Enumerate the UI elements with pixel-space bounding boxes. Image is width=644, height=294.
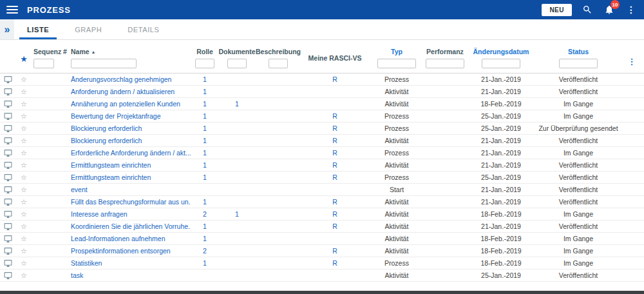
table-row[interactable]: ☆ Statistiken 1 R Prozess 18-Feb.-2019 I…: [0, 257, 644, 270]
cell-name-link[interactable]: Ermittlungsteam einrichten: [70, 173, 191, 181]
favorite-star-icon[interactable]: ☆: [15, 75, 32, 84]
open-in-viewer-icon[interactable]: [0, 112, 15, 121]
table-row[interactable]: ☆ Ermittlungsteam einrichten 1 R Prozess…: [0, 172, 644, 184]
table-row[interactable]: ☆ Anforderung ändern / aktualisieren 1 A…: [0, 86, 644, 98]
filter-input-aenderungsdatum[interactable]: [482, 59, 520, 68]
table-row[interactable]: ☆ Blockierung erforderlich 1 R Prozess 2…: [0, 122, 644, 135]
cell-rolle[interactable]: 1: [191, 88, 219, 95]
table-row[interactable]: ☆ Prospektinformationen entsorgen 2 R Ak…: [0, 245, 644, 257]
table-row[interactable]: ☆ event Start 21-Jan.-2019 Veröffentlich…: [0, 184, 644, 196]
open-in-viewer-icon[interactable]: [0, 124, 15, 133]
tab-details[interactable]: DETAILS: [115, 19, 172, 39]
column-settings-icon[interactable]: ⋮: [620, 57, 644, 73]
favorite-star-icon[interactable]: ☆: [15, 88, 32, 96]
favorite-star-icon[interactable]: ☆: [15, 210, 32, 219]
open-in-viewer-icon[interactable]: [0, 100, 15, 108]
open-in-viewer-icon[interactable]: [0, 88, 15, 96]
filter-input-dokumente[interactable]: [227, 59, 247, 68]
tab-liste[interactable]: LISTE: [14, 19, 62, 39]
favorite-star-icon[interactable]: ☆: [15, 149, 32, 157]
favorite-star-icon[interactable]: ☆: [15, 222, 32, 231]
cell-name-link[interactable]: Koordinieren Sie die jährlichen Vorruhe.…: [70, 222, 191, 230]
cell-rolle[interactable]: 1: [191, 222, 219, 230]
table-row[interactable]: ☆ task Aktivität 25-Jan.-2019 Veröffentl…: [0, 270, 644, 282]
filter-input-sequenz[interactable]: [33, 59, 54, 68]
cell-rolle[interactable]: 1: [191, 75, 219, 83]
cell-name-link[interactable]: task: [70, 271, 191, 279]
open-in-viewer-icon[interactable]: [0, 210, 15, 219]
cell-name-link[interactable]: Statistiken: [70, 259, 191, 267]
cell-rolle[interactable]: 1: [191, 112, 219, 120]
favorite-star-icon[interactable]: ☆: [15, 235, 32, 243]
cell-name-link[interactable]: Lead-Informationen aufnehmen: [70, 235, 191, 242]
search-icon[interactable]: [581, 3, 594, 16]
cell-rolle[interactable]: 1: [191, 235, 219, 242]
open-in-viewer-icon[interactable]: [0, 235, 15, 243]
favorite-star-icon[interactable]: ☆: [15, 186, 32, 194]
favorite-star-icon[interactable]: ☆: [15, 198, 32, 206]
cell-rolle[interactable]: 1: [191, 137, 219, 144]
favorite-star-icon[interactable]: ☆: [15, 137, 32, 145]
cell-dokumente[interactable]: 1: [219, 100, 255, 108]
table-row[interactable]: ☆ Annäherung an potenziellen Kunden 1 1 …: [0, 98, 644, 110]
cell-name-link[interactable]: Bewertung der Projektanfrage: [70, 112, 191, 120]
cell-name-link[interactable]: Füllt das Besprechungsformular aus un...: [70, 198, 191, 206]
cell-name-link[interactable]: Ermittlungsteam einrichten: [70, 161, 191, 169]
filter-input-beschreibung[interactable]: [269, 59, 288, 68]
more-options-icon[interactable]: ⋮: [625, 3, 638, 16]
tab-graph[interactable]: GRAPH: [62, 19, 115, 39]
favorite-star-icon[interactable]: ☆: [15, 161, 32, 170]
table-row[interactable]: ☆ Lead-Informationen aufnehmen 1 Aktivit…: [0, 233, 644, 245]
notifications-bell-icon[interactable]: 10: [603, 3, 616, 16]
cell-name-link[interactable]: Blockierung erforderlich: [70, 137, 191, 144]
favorite-star-icon[interactable]: ☆: [15, 112, 32, 121]
favorite-star-icon[interactable]: ☆: [15, 259, 32, 268]
open-in-viewer-icon[interactable]: [0, 161, 15, 170]
cell-name-link[interactable]: Anforderung ändern / aktualisieren: [70, 88, 191, 95]
open-in-viewer-icon[interactable]: [0, 149, 15, 157]
open-in-viewer-icon[interactable]: [0, 259, 15, 268]
cell-rolle[interactable]: 1: [191, 161, 219, 169]
cell-name-link[interactable]: Erforderliche Anforderung ändern / akt..…: [70, 149, 191, 157]
filter-input-status[interactable]: [559, 59, 598, 68]
table-row[interactable]: ☆ Füllt das Besprechungsformular aus un.…: [0, 196, 644, 208]
favorites-filter-star-icon[interactable]: ★: [20, 54, 28, 63]
cell-dokumente[interactable]: 1: [219, 210, 255, 218]
favorite-star-icon[interactable]: ☆: [15, 173, 32, 182]
menu-icon[interactable]: [6, 6, 18, 14]
neu-button[interactable]: NEU: [542, 4, 572, 16]
cell-name-link[interactable]: Blockierung erforderlich: [70, 124, 191, 132]
open-in-viewer-icon[interactable]: [0, 186, 15, 194]
open-in-viewer-icon[interactable]: [0, 173, 15, 182]
cell-rolle[interactable]: 1: [191, 259, 219, 267]
cell-rolle[interactable]: 1: [191, 100, 219, 108]
favorite-star-icon[interactable]: ☆: [15, 271, 32, 280]
filter-input-performanz[interactable]: [426, 59, 464, 68]
cell-rolle[interactable]: 1: [191, 198, 219, 206]
table-row[interactable]: ☆ Erforderliche Anforderung ändern / akt…: [0, 147, 644, 159]
favorite-star-icon[interactable]: ☆: [15, 100, 32, 108]
open-in-viewer-icon[interactable]: [0, 198, 15, 206]
cell-name-link[interactable]: event: [70, 186, 191, 193]
cell-rolle[interactable]: 2: [191, 210, 219, 218]
open-in-viewer-icon[interactable]: [0, 222, 15, 231]
cell-name-link[interactable]: Änderungsvorschlag genehmigen: [70, 75, 191, 83]
cell-rolle[interactable]: 1: [191, 124, 219, 132]
filter-input-rolle[interactable]: [195, 59, 214, 68]
cell-rolle[interactable]: 1: [191, 173, 219, 181]
expand-panel-icon[interactable]: »: [0, 19, 14, 39]
table-row[interactable]: ☆ Bewertung der Projektanfrage 1 R Proze…: [0, 110, 644, 122]
cell-name-link[interactable]: Interesse anfragen: [70, 210, 191, 218]
table-row[interactable]: ☆ Ermittlungsteam einrichten 1 R Aktivit…: [0, 159, 644, 172]
cell-name-link[interactable]: Annäherung an potenziellen Kunden: [70, 100, 191, 108]
filter-input-name[interactable]: [71, 59, 137, 68]
table-row[interactable]: ☆ Blockierung erforderlich 1 R Aktivität…: [0, 135, 644, 147]
cell-rolle[interactable]: 1: [191, 149, 219, 157]
filter-input-typ[interactable]: [377, 59, 416, 68]
cell-rolle[interactable]: 2: [191, 247, 219, 255]
open-in-viewer-icon[interactable]: [0, 247, 15, 255]
open-in-viewer-icon[interactable]: [0, 137, 15, 145]
table-row[interactable]: ☆ Änderungsvorschlag genehmigen 1 R Proz…: [0, 74, 644, 86]
open-in-viewer-icon[interactable]: [0, 271, 15, 280]
table-row[interactable]: ☆ Interesse anfragen 2 1 R Aktivität 18-…: [0, 208, 644, 220]
